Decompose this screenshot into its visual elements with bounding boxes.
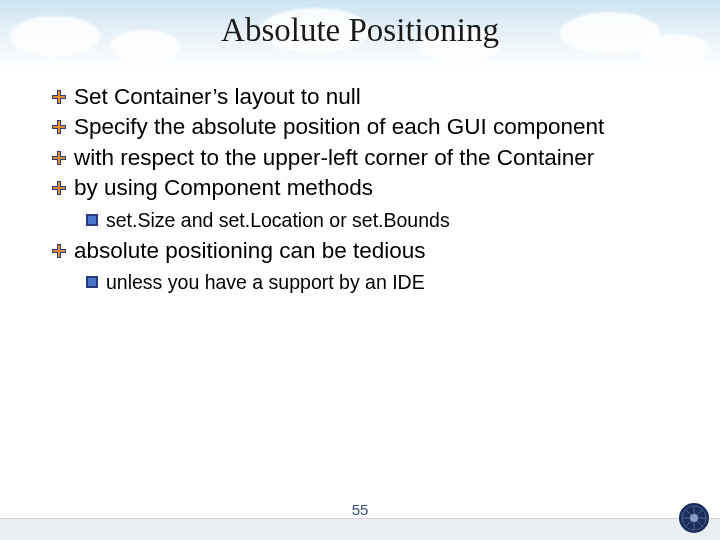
svg-rect-7 <box>58 121 60 133</box>
svg-rect-17 <box>88 216 96 224</box>
bullet-text: with respect to the upper-left corner of… <box>74 143 594 173</box>
slide-title: Absolute Positioning <box>0 12 720 49</box>
bullet-item: absolute positioning can be tedious <box>52 236 680 266</box>
bullet-text: Set Container’s layout to null <box>74 82 361 112</box>
svg-point-30 <box>690 514 698 522</box>
seal-logo-icon <box>678 502 710 534</box>
svg-rect-15 <box>58 182 60 194</box>
orange-cross-bullet-icon <box>52 181 66 195</box>
bullet-item: Set Container’s layout to null <box>52 82 680 112</box>
page-number: 55 <box>0 501 720 518</box>
bullet-text: unless you have a support by an IDE <box>106 269 425 295</box>
orange-cross-bullet-icon <box>52 90 66 104</box>
bullet-text: set.Size and set.Location or set.Bounds <box>106 207 450 233</box>
slide-content: Set Container’s layout to null Specify t… <box>52 82 680 299</box>
svg-rect-21 <box>58 245 60 257</box>
bullet-item: Specify the absolute position of each GU… <box>52 112 680 142</box>
svg-rect-11 <box>58 152 60 164</box>
orange-cross-bullet-icon <box>52 120 66 134</box>
orange-cross-bullet-icon <box>52 244 66 258</box>
blue-square-bullet-icon <box>86 214 98 226</box>
svg-rect-23 <box>88 278 96 286</box>
orange-cross-bullet-icon <box>52 151 66 165</box>
bullet-text: absolute positioning can be tedious <box>74 236 426 266</box>
sub-bullet-item: set.Size and set.Location or set.Bounds <box>86 207 680 233</box>
bullet-item: by using Component methods <box>52 173 680 203</box>
blue-square-bullet-icon <box>86 276 98 288</box>
bullet-item: with respect to the upper-left corner of… <box>52 143 680 173</box>
bullet-text: Specify the absolute position of each GU… <box>74 112 604 142</box>
sub-bullet-item: unless you have a support by an IDE <box>86 269 680 295</box>
bullet-text: by using Component methods <box>74 173 373 203</box>
svg-rect-3 <box>58 91 60 103</box>
footer-bar <box>0 518 720 540</box>
